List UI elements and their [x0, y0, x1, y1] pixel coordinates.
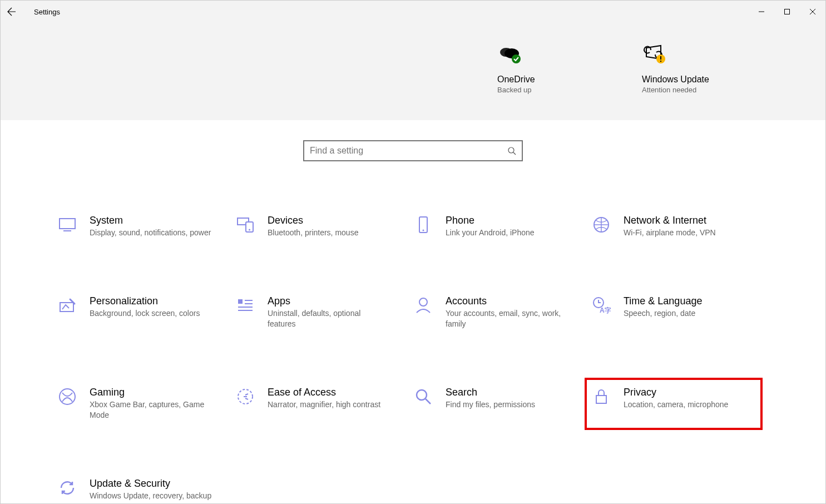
windows-update-icon	[642, 42, 666, 67]
search-input[interactable]	[310, 146, 507, 156]
svg-text:A字: A字	[600, 307, 611, 314]
category-desc: Your accounts, email, sync, work, family	[446, 308, 568, 330]
maximize-icon	[784, 8, 790, 15]
svg-rect-5	[660, 56, 661, 60]
category-privacy[interactable]: Privacy Location, camera, microphone	[585, 378, 763, 430]
category-title: Search	[446, 387, 535, 398]
category-title: Gaming	[90, 387, 212, 398]
minimize-icon	[758, 8, 765, 15]
magnify-icon	[413, 387, 433, 407]
svg-rect-8	[60, 219, 75, 229]
category-devices[interactable]: Devices Bluetooth, printers, mouse	[229, 206, 407, 248]
category-desc: Uninstall, defaults, optional features	[268, 308, 390, 330]
category-title: Apps	[268, 295, 390, 307]
category-title: Accounts	[446, 295, 568, 307]
status-windows-update[interactable]: Windows Update Attention needed	[642, 42, 725, 120]
maximize-button[interactable]	[774, 1, 800, 23]
category-accounts[interactable]: Accounts Your accounts, email, sync, wor…	[407, 286, 585, 339]
category-ease-of-access[interactable]: Ease of Access Narrator, magnifier, high…	[229, 378, 407, 430]
status-update-sub: Attention needed	[642, 86, 696, 94]
category-title: Personalization	[90, 295, 200, 307]
svg-rect-23	[596, 396, 606, 403]
category-title: Ease of Access	[268, 387, 380, 398]
category-gaming[interactable]: Gaming Xbox Game Bar, captures, Game Mod…	[51, 378, 229, 430]
search-box[interactable]	[303, 140, 523, 161]
category-time-language[interactable]: A字 Time & Language Speech, region, date	[585, 286, 763, 339]
search-wrap	[1, 140, 825, 161]
content: System Display, sound, notifications, po…	[1, 120, 825, 504]
phone-icon	[413, 215, 433, 235]
titlebar: Settings	[1, 1, 825, 23]
category-apps[interactable]: Apps Uninstall, defaults, optional featu…	[229, 286, 407, 339]
category-desc: Location, camera, microphone	[624, 399, 728, 411]
category-desc: Bluetooth, printers, mouse	[268, 228, 358, 239]
category-grid: System Display, sound, notifications, po…	[1, 206, 825, 504]
status-onedrive-sub: Backed up	[497, 86, 531, 94]
apps-icon	[235, 295, 255, 315]
category-desc: Narrator, magnifier, high contrast	[268, 399, 380, 411]
svg-point-17	[419, 298, 427, 306]
devices-icon	[235, 215, 255, 235]
category-title: Phone	[446, 215, 535, 226]
svg-rect-0	[785, 9, 790, 14]
system-icon	[57, 215, 77, 235]
arrow-left-icon	[7, 7, 16, 16]
category-desc: Speech, region, date	[624, 308, 702, 319]
status-onedrive-title: OneDrive	[497, 75, 535, 85]
close-button[interactable]	[800, 1, 825, 23]
search-icon	[507, 146, 516, 155]
category-desc: Windows Update, recovery, backup	[90, 491, 211, 502]
category-system[interactable]: System Display, sound, notifications, po…	[51, 206, 229, 248]
svg-rect-16	[238, 299, 243, 304]
category-title: Time & Language	[624, 295, 702, 307]
category-phone[interactable]: Phone Link your Android, iPhone	[407, 206, 585, 248]
status-onedrive[interactable]: OneDrive Backed up	[497, 42, 581, 120]
xbox-icon	[57, 387, 77, 407]
window-title: Settings	[23, 8, 60, 16]
onedrive-icon	[497, 42, 522, 67]
category-title: Privacy	[624, 387, 728, 398]
lock-icon	[591, 387, 611, 407]
close-icon	[809, 8, 816, 15]
category-desc: Background, lock screen, colors	[90, 308, 200, 319]
ease-icon	[235, 387, 255, 407]
category-title: System	[90, 215, 211, 226]
svg-point-7	[508, 147, 514, 153]
window-controls	[749, 1, 825, 23]
category-title: Devices	[268, 215, 358, 226]
time-language-icon: A字	[591, 295, 611, 315]
status-update-title: Windows Update	[642, 75, 709, 85]
svg-point-22	[417, 390, 427, 400]
globe-icon	[591, 215, 611, 235]
svg-rect-15	[60, 303, 73, 312]
category-title: Update & Security	[90, 478, 211, 490]
header-status-area: OneDrive Backed up Windows Update Attent…	[1, 23, 825, 120]
category-title: Network & Internet	[624, 215, 716, 226]
category-desc: Display, sound, notifications, power	[90, 228, 211, 239]
category-desc: Find my files, permissions	[446, 399, 535, 411]
svg-rect-6	[660, 61, 661, 62]
category-desc: Link your Android, iPhone	[446, 228, 535, 239]
category-update-security[interactable]: Update & Security Windows Update, recove…	[51, 469, 229, 504]
category-network[interactable]: Network & Internet Wi-Fi, airplane mode,…	[585, 206, 763, 248]
paint-icon	[57, 295, 77, 315]
category-desc: Xbox Game Bar, captures, Game Mode	[90, 399, 212, 421]
svg-point-11	[249, 229, 250, 231]
category-search[interactable]: Search Find my files, permissions	[407, 378, 585, 430]
svg-point-13	[423, 230, 424, 231]
category-personalization[interactable]: Personalization Background, lock screen,…	[51, 286, 229, 339]
svg-point-3	[512, 55, 521, 63]
back-button[interactable]	[1, 1, 23, 23]
category-desc: Wi-Fi, airplane mode, VPN	[624, 228, 716, 239]
person-icon	[413, 295, 433, 315]
sync-icon	[57, 478, 77, 498]
minimize-button[interactable]	[749, 1, 774, 23]
